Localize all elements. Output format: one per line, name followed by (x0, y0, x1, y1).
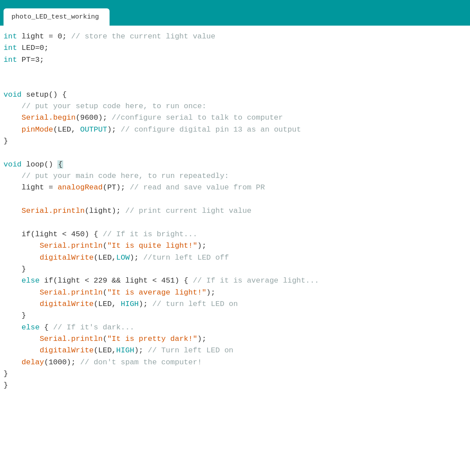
code-line-17 (4, 217, 466, 229)
title-bar: photo_LED_test_working (0, 0, 470, 26)
code-line-9: pinMode(LED, OUTPUT); // configure digit… (4, 124, 466, 136)
code-line-5 (4, 77, 466, 89)
code-line-27: Serial.println("It is pretty dark!"); (4, 333, 466, 345)
code-line-19: Serial.println("It is quite light!"); (4, 240, 466, 252)
code-line-12: void loop() { (4, 159, 466, 170)
code-line-20: digitalWrite(LED,LOW); //turn left LED o… (4, 252, 466, 264)
code-line-15 (4, 194, 466, 205)
code-line-4 (4, 66, 466, 77)
code-line-22: else if(light < 229 && light < 451) { //… (4, 275, 466, 287)
code-line-14: light = analogRead(PT); // read and save… (4, 182, 466, 193)
code-line-30: } (4, 368, 466, 380)
code-line-8: Serial.begin(9600); //configure serial t… (4, 112, 466, 124)
code-editor: int light = 0; // store the current ligh… (0, 26, 470, 476)
code-line-2: int LED=0; (4, 42, 466, 54)
code-line-29: delay(1000); // don't spam the computer! (4, 357, 466, 368)
code-line-13: // put your main code here, to run repea… (4, 170, 466, 182)
code-line-23: Serial.println("It is average light!"); (4, 287, 466, 298)
code-line-11 (4, 147, 466, 159)
code-line-18: if(light < 450) { // If it is bright... (4, 229, 466, 240)
code-line-3: int PT=3; (4, 54, 466, 66)
code-line-28: digitalWrite(LED,HIGH); // Turn left LED… (4, 345, 466, 356)
code-line-16: Serial.println(light); // print current … (4, 205, 466, 217)
tab-label[interactable]: photo_LED_test_working (4, 8, 110, 26)
code-line-24: digitalWrite(LED, HIGH); // turn left LE… (4, 298, 466, 310)
code-line-6: void setup() { (4, 89, 466, 101)
code-line-21: } (4, 264, 466, 275)
code-line-10: } (4, 136, 466, 147)
code-line-7: // put your setup code here, to run once… (4, 101, 466, 112)
code-line-31: } (4, 380, 466, 391)
code-line-1: int light = 0; // store the current ligh… (4, 31, 466, 42)
code-line-26: else { // If it's dark... (4, 322, 466, 333)
code-line-25: } (4, 310, 466, 321)
